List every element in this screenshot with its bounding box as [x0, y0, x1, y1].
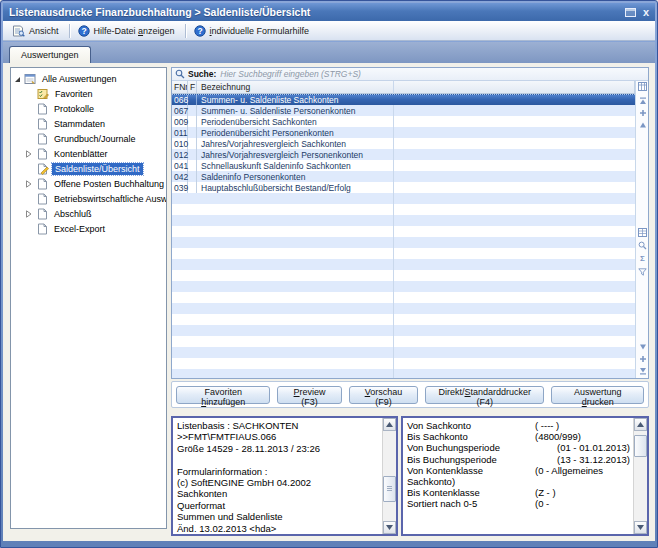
scroll-first-icon[interactable] — [637, 95, 648, 106]
document-icon — [37, 178, 48, 190]
scroll-up-arrow-icon[interactable] — [383, 418, 396, 431]
grid-view-icon[interactable] — [637, 227, 648, 238]
filter-icon[interactable] — [637, 266, 648, 277]
table-row[interactable]: 011Periodenübersicht Personenkonten — [172, 127, 635, 138]
direkt-standarddrucker-f4-button[interactable]: Direkt/Standarddrucker (F4) — [425, 386, 544, 404]
parameter-label: Bis Kontenklasse — [407, 487, 535, 498]
document-icon — [37, 223, 48, 235]
toolbar: Ansicht ? Hilfe-Datei anzeigen ? individ… — [3, 21, 655, 41]
tree-item-alle-auswertungen[interactable]: Alle Auswertungen — [11, 71, 166, 86]
favorites-icon — [37, 88, 49, 100]
search-label: Suche: — [188, 69, 216, 79]
scroll-down-arrow-icon[interactable] — [383, 521, 396, 534]
insert-row-icon[interactable] — [637, 107, 648, 118]
append-row-icon[interactable] — [637, 353, 648, 364]
cell-f — [188, 127, 197, 138]
individuelle-formularhilfe-button[interactable]: ? individuelle Formularhilfe — [189, 22, 317, 40]
parameter-value: (Z - ) — [535, 487, 556, 498]
table-row[interactable]: 012Jahres/Vorjahresvergleich Personenkon… — [172, 149, 635, 160]
tree-item-offene-posten-buchhaltung[interactable]: Offene Posten Buchhaltung — [11, 176, 166, 191]
tree-collapsed-arrow-icon[interactable] — [25, 210, 32, 218]
table-row[interactable]: 039Hauptabschlußübersicht Bestand/Erfolg — [172, 182, 635, 193]
close-icon[interactable]: x — [643, 8, 649, 17]
parameters-text: Von Sachkonto( ---- ) Bis Sachkonto(4800… — [403, 419, 633, 534]
evaluations-tree: Alle Auswertungen Favoriten Protokolle S… — [10, 67, 167, 529]
sum-icon[interactable]: Σ — [637, 253, 648, 264]
ansicht-button[interactable]: Ansicht — [7, 22, 66, 40]
tab-auswertungen[interactable]: Auswertungen — [9, 46, 91, 63]
table-row[interactable]: 067Summen- u. Saldenliste Personenkonten — [172, 105, 635, 116]
table-row[interactable]: 066Summen- u. Saldenliste Sachkonten — [172, 94, 635, 105]
parameter-label: Sortiert nach 0-5 — [407, 498, 535, 509]
app-window: Listenausdrucke Finanzbuchhaltung > Sald… — [0, 0, 658, 548]
help-icon: ? — [78, 25, 90, 37]
document-icon — [37, 208, 48, 220]
tree-item-stammdaten[interactable]: Stammdaten — [11, 116, 166, 131]
favoriten-hinzufuegen-button[interactable]: Favoriten hinzufügen — [176, 386, 270, 404]
cell-bezeichnung: Jahres/Vorjahresvergleich Sachkonten — [197, 139, 635, 149]
table-row[interactable]: 009Periodenübersicht Sachkonten — [172, 116, 635, 127]
search-zoom-icon[interactable] — [637, 240, 648, 251]
hilfe-datei-anzeigen-button[interactable]: ? Hilfe-Datei anzeigen — [73, 22, 182, 40]
parameter-row: Bis Kontenklasse(Z - ) — [407, 487, 633, 498]
info-line: Größe 14529 - 28.11.2013 / 23:26 — [177, 443, 382, 454]
scrollbar-thumb[interactable] — [634, 435, 647, 457]
scroll-up-arrow-icon[interactable] — [634, 418, 647, 431]
tree-item-favoriten[interactable]: Favoriten — [11, 86, 166, 101]
tree-item-grundbuch-journale[interactable]: Grundbuch/Journale — [11, 131, 166, 146]
cell-f — [188, 95, 197, 105]
table-row[interactable]: 042Saldeninfo Personenkonten — [172, 171, 635, 182]
action-button-bar: Favoriten hinzufügen Preview (F3) Vorsch… — [171, 381, 649, 408]
scrollbar-thumb[interactable] — [383, 476, 396, 502]
tree-item-label: Offene Posten Buchhaltung — [51, 178, 167, 190]
parameter-label: Bis Sachkonto — [407, 431, 535, 442]
scroll-last-icon[interactable] — [637, 365, 648, 376]
table-row[interactable]: 010Jahres/Vorjahresvergleich Sachkonten — [172, 138, 635, 149]
auswertung-drucken-button[interactable]: Auswertung drucken — [551, 386, 644, 404]
info-line — [177, 454, 382, 465]
table-row[interactable]: 041Schnellauskunft Saldeninfo Sachkonten — [172, 160, 635, 171]
tree-item-label: Favoriten — [52, 88, 96, 100]
scroll-down-arrow-icon[interactable] — [634, 521, 647, 534]
cell-bezeichnung: Periodenübersicht Personenkonten — [197, 128, 635, 138]
preview-f3-button[interactable]: Preview (F3) — [277, 386, 341, 404]
tree-item-abschluss[interactable]: Abschluß — [11, 206, 166, 221]
tree-item-saldenliste-uebersicht[interactable]: Saldenliste/Übersicht — [11, 161, 166, 176]
info-line: (c) SoftENGINE GmbH 04.2002 — [177, 477, 382, 488]
cell-bezeichnung: Summen- u. Saldenliste Sachkonten — [197, 95, 635, 105]
restore-window-icon[interactable] — [625, 8, 636, 17]
scrollbar[interactable] — [633, 418, 647, 534]
scrollbar[interactable] — [382, 418, 396, 534]
parameter-label: Bis Buchungsperiode — [407, 454, 557, 465]
cell-f — [188, 182, 197, 193]
tree-collapsed-arrow-icon[interactable] — [25, 150, 32, 158]
toolbar-item-label: Hilfe-Datei anzeigen — [94, 26, 175, 36]
vorschau-f9-button[interactable]: Vorschau (F9) — [349, 386, 418, 404]
tree-collapsed-arrow-icon[interactable] — [25, 180, 32, 188]
tree-item-excel-export[interactable]: Excel-Export — [11, 221, 166, 236]
column-header-fnr[interactable]: FNr — [172, 81, 188, 93]
cell-fnr: 066 — [172, 95, 188, 105]
search-field[interactable]: Suche: Hier Suchbegriff eingeben (STRG+S… — [172, 68, 648, 81]
parameter-value: (0 - — [535, 498, 549, 509]
tree-item-protokolle[interactable]: Protokolle — [11, 101, 166, 116]
tree-expanded-arrow-icon[interactable] — [14, 76, 21, 83]
parameter-row: Bis Sachkonto(4800/999) — [407, 431, 633, 442]
tree-item-betriebswirtschaftliche-auswertungen[interactable]: Betriebswirtschaftliche Auswertungen — [11, 191, 166, 206]
grid-side-toolbar: Σ — [635, 81, 648, 378]
column-header-f[interactable]: F — [188, 81, 197, 93]
list-info-box: Listenbasis : SACHKONTEN >>FMT\FMTFIAUS.… — [171, 416, 398, 536]
column-chooser-icon[interactable] — [637, 81, 648, 92]
scroll-up-icon[interactable] — [637, 119, 648, 130]
cell-f — [188, 160, 197, 171]
cell-f — [188, 171, 197, 182]
info-line: Summen und Saldenliste — [177, 511, 382, 522]
scroll-down-icon[interactable] — [637, 341, 648, 352]
column-header-bezeichnung[interactable]: Bezeichnung — [197, 81, 635, 93]
search-icon — [175, 69, 185, 79]
tree-item-kontenblaetter[interactable]: Kontenblätter — [11, 146, 166, 161]
table-header: FNr F Bezeichnung — [172, 81, 635, 94]
parameter-row: Von Sachkonto( ---- ) — [407, 420, 633, 431]
help-icon: ? — [194, 25, 206, 37]
report-list-panel: Suche: Hier Suchbegriff eingeben (STRG+S… — [171, 67, 649, 379]
